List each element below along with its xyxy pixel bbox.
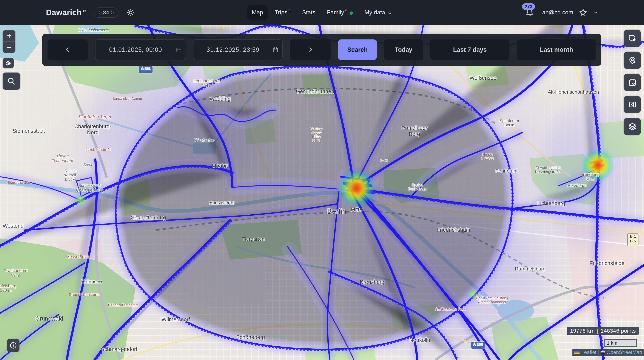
chevron-right-icon [307, 46, 314, 53]
svg-text:Jakob-Kaiser-Pl.: Jakob-Kaiser-Pl. [86, 148, 112, 152]
svg-text:Hansaviertel: Hansaviertel [209, 200, 234, 205]
panel-collapse-icon [628, 100, 637, 109]
theme-toggle-button[interactable] [127, 8, 134, 16]
user-menu-chevron-icon[interactable] [593, 10, 598, 15]
svg-text:Saatwinkler Damm: Saatwinkler Damm [113, 97, 142, 100]
map-info-button[interactable] [7, 339, 20, 352]
svg-text:HohesPlateau: HohesPlateau [482, 152, 493, 160]
nav-dropdown-my-data[interactable]: My data [360, 5, 397, 20]
notification-count-badge[interactable]: 273 [522, 3, 535, 10]
svg-text:Grunewald: Grunewald [35, 315, 63, 322]
area-selection-tool-button[interactable] [624, 30, 641, 47]
gear-icon [5, 60, 12, 66]
next-range-button[interactable] [290, 40, 331, 60]
map-settings-button[interactable] [3, 58, 14, 68]
nav-tab-stats[interactable]: Stats [297, 5, 320, 20]
svg-text:Schmargendorf: Schmargendorf [101, 346, 137, 352]
map-pin-check-icon [628, 56, 637, 65]
svg-text:LSG Flughafensee: LSG Flughafensee [78, 28, 109, 32]
last-month-button[interactable]: Last month [517, 40, 596, 60]
stats-distance: 19776 km [570, 328, 595, 334]
svg-text:Spree: Spree [83, 162, 93, 167]
start-datetime-field [95, 40, 186, 60]
search-icon [7, 77, 16, 86]
svg-text:62 m: 62 m [380, 158, 388, 162]
svg-text:Mitte: Mitte [351, 206, 362, 212]
map-attribution: Leaflet | © OpenStreetMap [572, 349, 644, 356]
svg-text:Rudolf-Wissell-Brücke: Rudolf-Wissell-Brücke [64, 169, 77, 181]
chevron-down-icon [388, 11, 392, 16]
svg-text:Berlin-Rummelsburg(Betriebsbah: Berlin-Rummelsburg(Betriebsbahnhof) [476, 296, 508, 304]
svg-text:A 100: A 100 [473, 342, 483, 346]
svg-text:Fennpfuhl: Fennpfuhl [496, 168, 517, 174]
last-7-days-button[interactable]: Last 7 days [430, 40, 510, 60]
svg-text:Westhafen: Westhafen [194, 138, 214, 143]
nav-tab-family[interactable]: Familyα [322, 5, 358, 20]
app-title: Dawarichα [46, 8, 86, 17]
svg-text:Hohenzollerndamm: Hohenzollerndamm [108, 303, 138, 307]
app-alpha-sup: α [83, 8, 86, 13]
svg-text:Westend: Westend [2, 223, 24, 229]
svg-text:Beusselstraße: Beusselstraße [8, 180, 30, 184]
svg-text:Am Treptower Park: Am Treptower Park [435, 307, 465, 311]
select-area-icon [628, 34, 637, 43]
calendar-check-icon [628, 78, 637, 87]
star-icon[interactable] [579, 8, 587, 17]
calendar-panel-button[interactable] [624, 74, 641, 91]
toggle-panel-button[interactable] [624, 96, 641, 113]
svg-text:Wedding: Wedding [210, 96, 230, 102]
notifications-button[interactable]: 273 [525, 8, 534, 17]
svg-text:Schöneberg: Schöneberg [236, 334, 265, 340]
end-datetime-field [193, 40, 282, 60]
svg-text:Siemensstadt: Siemensstadt [12, 128, 45, 134]
nav-tab-trips[interactable]: Tripsα [270, 5, 296, 20]
end-datetime-input[interactable] [193, 40, 282, 60]
svg-text:Kreuzberg: Kreuzberg [360, 279, 384, 285]
svg-text:Weißensee: Weißensee [470, 75, 496, 81]
dawarich-app: LSG FlughafenseeSiemensstadtFlughafen Te… [0, 0, 644, 360]
svg-text:Flughafen Tegel: Flughafen Tegel [79, 114, 111, 119]
visited-places-button[interactable] [624, 52, 641, 69]
zoom-out-button[interactable]: − [3, 42, 15, 53]
svg-text:Messe Berlin: Messe Berlin [66, 254, 90, 259]
previous-range-button[interactable] [48, 40, 88, 60]
svg-text:Rummelsburg: Rummelsburg [515, 266, 546, 272]
svg-text:Herzberge: Herzberge [568, 183, 587, 188]
family-online-dot [350, 12, 353, 15]
svg-text:Berlin: Berlin [327, 207, 346, 215]
chevron-left-icon [64, 46, 71, 53]
nav-tab-map[interactable]: Map [247, 5, 268, 20]
svg-text:Charlottenburg: Charlottenburg [131, 214, 166, 220]
user-email: ab@cd.com [542, 9, 573, 16]
openstreetmap-link[interactable]: OpenStreetMap [606, 350, 642, 355]
map-zoom-control: + − [3, 30, 15, 53]
sun-icon [127, 8, 134, 16]
svg-text:Wilmersdorf: Wilmersdorf [162, 316, 190, 322]
main-nav: Map Tripsα Stats Familyα My data [247, 0, 397, 25]
account-area: 273 ab@cd.com [525, 0, 598, 25]
svg-text:Moabit: Moabit [212, 163, 228, 169]
start-datetime-input[interactable] [95, 40, 186, 60]
info-icon [9, 342, 17, 349]
map-scale-bar: 1 km [604, 339, 637, 347]
date-range-toolbar: Search Today Last 7 days Last month [42, 34, 602, 66]
map-layers-button[interactable] [624, 118, 641, 135]
stats-points: 146346 points [601, 328, 636, 334]
svg-text:GewerbegebietHerzbergstraße: GewerbegebietHerzbergstraße [535, 166, 561, 174]
ukraine-flag-icon [574, 351, 580, 354]
svg-text:Friedrichsfelde: Friedrichsfelde [590, 260, 624, 266]
svg-text:Lichtenberg: Lichtenberg [537, 200, 565, 206]
search-button[interactable]: Search [338, 40, 377, 60]
top-navbar: Dawarichα 0.34.0 Map Tripsα Stats Family… [0, 0, 644, 25]
today-button[interactable]: Today [384, 40, 423, 60]
svg-text:Neukölln: Neukölln [409, 337, 430, 343]
map-search-button[interactable] [2, 72, 20, 90]
svg-text:Gesundbrunnen: Gesundbrunnen [296, 88, 334, 94]
svg-text:Halensee: Halensee [81, 279, 102, 284]
svg-text:Alt-Hohenschönhausen: Alt-Hohenschönhausen [548, 89, 599, 95]
svg-text:A 111: A 111 [141, 66, 151, 71]
svg-text:Tiergarten: Tiergarten [242, 236, 264, 242]
layers-icon [628, 122, 637, 131]
leaflet-link[interactable]: Leaflet [581, 350, 596, 355]
zoom-in-button[interactable]: + [3, 30, 15, 42]
